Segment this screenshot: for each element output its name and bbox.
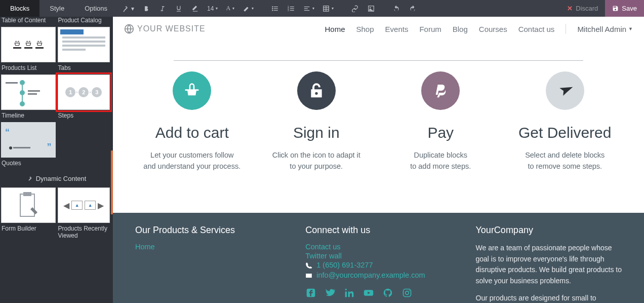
tab-options[interactable]: Options	[74, 0, 117, 17]
svg-rect-21	[20, 194, 34, 216]
close-icon: ✕	[567, 5, 573, 12]
footer-email[interactable]: info@yourcompany.example.com	[316, 271, 425, 279]
nav-events[interactable]: Events	[385, 25, 409, 33]
image-button[interactable]	[363, 0, 379, 17]
bold-button[interactable]	[138, 0, 154, 17]
block-steps[interactable]: 123 Steps	[57, 74, 113, 122]
editor-tab-list: Blocks Style Options	[0, 0, 117, 17]
svg-point-20	[370, 7, 371, 8]
block-table-of-content[interactable]: Table of Content	[0, 17, 57, 27]
step-title: Get Delivered	[506, 124, 624, 141]
footer-col-company: YourCompany We are a team of passionate …	[469, 225, 629, 303]
footer-heading: Our Products & Services	[135, 225, 291, 236]
footer-phone[interactable]: 1 (650) 691-3277	[316, 261, 373, 269]
unlock-icon	[297, 71, 336, 110]
svg-rect-22	[23, 192, 31, 196]
block-quotes[interactable]: “” Quotes	[0, 122, 57, 170]
footer-col-products: Our Products & Services Home	[128, 225, 298, 303]
tab-blocks[interactable]: Blocks	[0, 0, 39, 17]
bullet-list-button[interactable]	[267, 0, 283, 17]
site-nav: Home Shop Events Forum Blog Courses Cont…	[325, 24, 633, 34]
nav-contact[interactable]: Contact us	[518, 25, 555, 33]
svg-point-30	[409, 290, 410, 291]
social-icons	[305, 287, 461, 298]
website-canvas[interactable]: YOUR WEBSITE Home Shop Events Forum Blog…	[113, 17, 644, 303]
linkedin-icon[interactable]	[344, 287, 355, 298]
nav-forum[interactable]: Forum	[419, 25, 441, 33]
link-button[interactable]	[347, 0, 363, 17]
discard-button[interactable]: ✕Discard	[560, 5, 605, 12]
dynamic-content-header: Dynamic Content	[0, 170, 113, 187]
site-footer: Our Products & Services Home Connect wit…	[113, 213, 644, 303]
tab-style[interactable]: Style	[39, 0, 74, 17]
steps-connector-line	[174, 60, 583, 61]
youtube-icon[interactable]	[363, 287, 374, 298]
highlight-dropdown[interactable]: ▾	[238, 0, 258, 17]
table-dropdown[interactable]: ▾	[318, 0, 338, 17]
block-products-recently-viewed[interactable]: ◀▲▲▶ Products Recently Viewed	[57, 187, 113, 242]
svg-rect-4	[274, 8, 278, 9]
font-color-dropdown[interactable]: A▾	[222, 0, 238, 17]
globe-icon	[124, 24, 134, 34]
step-3[interactable]: Pay Duplicate blocksto add more steps.	[382, 71, 500, 172]
envelope-icon	[305, 272, 312, 279]
chevron-down-icon: ▼	[628, 26, 633, 31]
basket-icon	[173, 71, 211, 110]
instagram-icon[interactable]	[401, 287, 413, 298]
facebook-icon[interactable]	[305, 287, 316, 298]
step-4[interactable]: Get Delivered Select and delete blocksto…	[506, 71, 624, 172]
svg-rect-9	[290, 6, 294, 7]
numbered-list-button[interactable]: 123	[283, 0, 299, 17]
footer-col-connect: Connect with us Contact us Twitter wall …	[298, 225, 468, 303]
steps-block[interactable]: Add to cart Let your customers followand…	[113, 41, 644, 213]
site-logo[interactable]: YOUR WEBSITE	[124, 24, 206, 34]
footer-heading: YourCompany	[476, 225, 622, 236]
svg-point-1	[272, 8, 273, 9]
blocks-sidebar: Table of Content Product Catalog Product…	[0, 17, 113, 303]
font-size-dropdown[interactable]: 14▾	[203, 0, 222, 17]
nav-courses[interactable]: Courses	[479, 25, 507, 33]
step-2[interactable]: Sign in Click on the icon to adapt itto …	[257, 71, 375, 172]
save-button[interactable]: Save	[605, 0, 644, 17]
nav-shop[interactable]: Shop	[356, 25, 374, 33]
step-desc: Let your customers followand understand …	[133, 149, 251, 172]
italic-button[interactable]	[154, 0, 171, 17]
footer-text: Our products are designed for small to m…	[476, 293, 622, 303]
svg-rect-25	[345, 291, 347, 297]
step-desc: Select and delete blocksto remove some s…	[506, 149, 624, 172]
admin-dropdown[interactable]: Mitchell Admin▼	[577, 25, 633, 33]
redo-button[interactable]	[405, 0, 421, 17]
step-title: Pay	[382, 124, 500, 141]
svg-rect-13	[304, 8, 308, 9]
block-empty	[57, 122, 113, 170]
svg-rect-5	[274, 10, 278, 10]
editor-topbar: Blocks Style Options ▾ 14▾ A▾ ▾ 123 ▾ ▾ …	[0, 0, 644, 17]
svg-rect-10	[290, 8, 294, 9]
twitter-icon[interactable]	[325, 287, 336, 298]
paypal-icon	[421, 71, 460, 110]
magic-wand-dropdown[interactable]: ▾	[118, 0, 138, 17]
undo-button[interactable]	[388, 0, 405, 17]
block-timeline[interactable]: Timeline	[0, 74, 57, 122]
save-icon	[612, 5, 619, 12]
phone-icon	[305, 262, 312, 269]
svg-rect-12	[304, 6, 310, 7]
nav-home[interactable]: Home	[325, 25, 345, 33]
plane-icon	[546, 71, 584, 110]
step-1[interactable]: Add to cart Let your customers followand…	[133, 71, 251, 172]
svg-rect-14	[304, 10, 310, 10]
github-icon[interactable]	[382, 287, 393, 298]
clear-format-button[interactable]	[187, 0, 203, 17]
block-tabs[interactable]: Tabs	[57, 27, 113, 74]
underline-button[interactable]	[171, 0, 187, 17]
step-title: Add to cart	[133, 124, 251, 141]
footer-link-contact[interactable]: Contact us	[305, 243, 461, 251]
block-products-list[interactable]: Products List	[0, 27, 57, 74]
block-form-builder[interactable]: Form Builder	[0, 187, 57, 242]
block-product-catalog[interactable]: Product Catalog	[57, 17, 113, 27]
footer-link-home[interactable]: Home	[135, 243, 291, 251]
step-desc: Duplicate blocksto add more steps.	[382, 149, 500, 172]
align-dropdown[interactable]: ▾	[299, 0, 318, 17]
footer-link-twitter[interactable]: Twitter wall	[305, 252, 461, 260]
nav-blog[interactable]: Blog	[453, 25, 468, 33]
